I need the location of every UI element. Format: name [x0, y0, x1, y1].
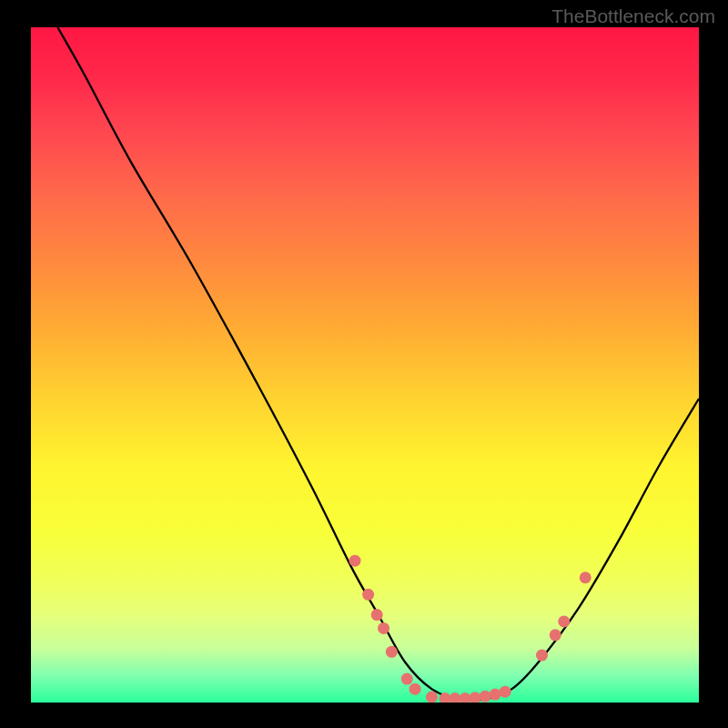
- data-markers: [349, 555, 591, 703]
- data-marker: [386, 646, 398, 658]
- data-marker: [580, 571, 592, 583]
- data-marker: [480, 691, 491, 703]
- watermark-text: TheBottleneck.com: [551, 5, 715, 27]
- data-marker: [401, 673, 413, 685]
- data-marker: [349, 555, 360, 567]
- chart-plot-area: [31, 27, 699, 703]
- bottleneck-curve: [57, 27, 699, 701]
- data-marker: [536, 650, 548, 662]
- data-marker: [371, 609, 383, 621]
- data-marker: [426, 692, 438, 703]
- data-marker: [410, 683, 421, 695]
- data-marker: [470, 692, 481, 703]
- data-marker: [378, 622, 389, 634]
- data-marker: [558, 615, 570, 627]
- chart-svg: [31, 27, 699, 703]
- data-marker: [450, 693, 461, 703]
- data-marker: [362, 589, 374, 601]
- data-marker: [490, 689, 501, 701]
- data-marker: [550, 629, 561, 641]
- data-marker: [500, 686, 511, 698]
